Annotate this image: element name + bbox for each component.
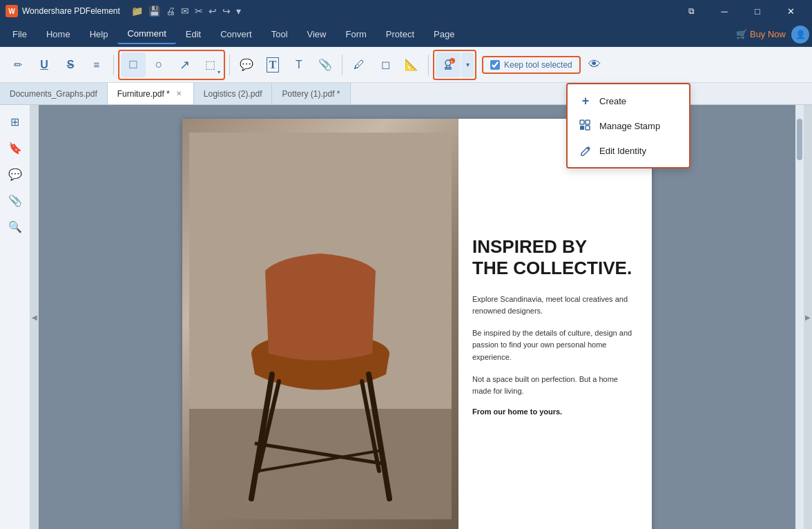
eraser-button[interactable]: ◻ — [373, 52, 398, 77]
redo-icon[interactable]: ↪ — [222, 6, 231, 17]
stamp-tool-group: + ▾ — [433, 50, 476, 80]
chair-image — [182, 119, 458, 529]
scissors-icon[interactable]: ✂ — [195, 6, 203, 17]
screen-icon[interactable]: ⧉ — [675, 0, 707, 22]
separator-3 — [342, 55, 342, 75]
highlight-tool-button[interactable]: ✏ — [6, 52, 30, 77]
mail-icon[interactable]: ✉ — [181, 6, 189, 17]
text-box-button[interactable]: T — [260, 52, 285, 77]
pen-icon: 🖊 — [354, 59, 365, 71]
text-format-tool-button[interactable]: ≡ — [84, 52, 109, 77]
chair-svg — [189, 133, 452, 519]
pdf-image-area — [182, 119, 458, 529]
edit-identity-icon — [579, 144, 592, 157]
right-chevron-icon: ▶ — [805, 314, 811, 321]
sticky-note-button[interactable]: 💬 — [234, 52, 259, 77]
toolbar: ✏ U S ≡ □ ○ ↗ ⬚ ▾ 💬 T T 📎 — [0, 47, 812, 83]
comment-view-button[interactable]: 💬 — [4, 163, 26, 185]
manage-stamp-icon — [579, 119, 592, 133]
menu-edit[interactable]: Edit — [176, 25, 211, 44]
pdf-area[interactable]: INSPIRED BY THE COLLECTIVE. Explore Scan… — [39, 105, 795, 529]
menu-convert[interactable]: Convert — [211, 25, 262, 44]
measure-icon: 📐 — [405, 58, 418, 71]
svg-rect-12 — [189, 409, 452, 519]
separator-4 — [428, 55, 429, 75]
stamp-button[interactable]: + — [436, 52, 461, 77]
eye-button[interactable]: 👁 — [582, 52, 607, 77]
left-sidebar: ⊞ 🔖 💬 📎 🔍 — [0, 105, 30, 529]
tab-close-furniture[interactable]: ✕ — [174, 89, 184, 99]
callout-button[interactable]: T — [287, 52, 311, 77]
tab-pottery[interactable]: Pottery (1).pdf * — [272, 83, 350, 104]
menu-comment[interactable]: Comment — [117, 25, 175, 44]
stamp-chevron-icon: ▾ — [466, 61, 470, 68]
arrow-icon: ↗ — [180, 57, 190, 73]
keep-tool-label: Keep tool selected — [504, 60, 572, 70]
buy-now-button[interactable]: 🛒 Buy Now — [736, 29, 786, 39]
bookmark-icon: 🔖 — [8, 142, 22, 155]
eraser-icon: ◻ — [381, 58, 390, 71]
menu-protect[interactable]: Protect — [376, 25, 424, 44]
pdf-body-1: Explore Scandinavia, meet local creative… — [472, 294, 638, 318]
main-area: ⊞ 🔖 💬 📎 🔍 ◀ — [0, 105, 812, 529]
vertical-scrollbar[interactable] — [795, 105, 804, 529]
app-logo: W Wondershare PDFelement — [6, 5, 120, 17]
scrollbar-thumb[interactable] — [797, 119, 802, 160]
pen-button[interactable]: 🖊 — [347, 52, 371, 77]
left-chevron-icon: ◀ — [32, 314, 37, 321]
left-panel-toggle[interactable]: ◀ — [30, 105, 39, 529]
tab-label-logistics: Logistics (2).pdf — [204, 89, 262, 99]
menu-home[interactable]: Home — [37, 25, 80, 44]
logo-icon: W — [6, 5, 18, 17]
search-view-button[interactable]: 🔍 — [4, 215, 26, 238]
attach-button[interactable]: 📎 — [313, 52, 338, 77]
svg-rect-10 — [586, 126, 590, 130]
menu-bar: File Home Help Comment Edit Convert Tool… — [0, 22, 812, 47]
highlight-icon: ✏ — [14, 59, 23, 71]
manage-stamp-item[interactable]: Manage Stamp — [568, 113, 689, 138]
tab-furniture[interactable]: Furniture.pdf * ✕ — [108, 83, 194, 104]
keep-tool-checkbox[interactable] — [490, 60, 500, 70]
right-panel-toggle[interactable]: ▶ — [804, 105, 812, 529]
menu-form[interactable]: Form — [336, 25, 376, 44]
menu-page[interactable]: Page — [424, 25, 464, 44]
minimize-button[interactable]: ─ — [708, 0, 740, 22]
create-stamp-item[interactable]: + Create — [568, 88, 689, 113]
attachment-view-button[interactable]: 📎 — [4, 189, 26, 211]
rectangle-tool-button[interactable]: □ — [121, 52, 146, 77]
menu-view[interactable]: View — [298, 25, 336, 44]
user-avatar[interactable]: 👤 — [791, 26, 809, 44]
app-title: Wondershare PDFelement — [22, 6, 120, 16]
menu-help[interactable]: Help — [80, 25, 118, 44]
stamp-dropdown-button[interactable]: ▾ — [461, 52, 474, 77]
menu-right-area: 🛒 Buy Now 👤 — [736, 26, 809, 44]
attachment-icon: 📎 — [8, 194, 22, 207]
pdf-body-2: Be inspired by the details of culture, d… — [472, 327, 638, 364]
maximize-button[interactable]: □ — [742, 0, 773, 22]
save-icon[interactable]: 💾 — [148, 6, 160, 17]
underline-tool-button[interactable]: U — [32, 52, 57, 77]
menu-file[interactable]: File — [3, 25, 37, 44]
pdf-headline: INSPIRED BY THE COLLECTIVE. — [472, 236, 638, 279]
edit-identity-item[interactable]: Edit Identity — [568, 138, 689, 163]
tab-documents-graphs[interactable]: Documents_Graphs.pdf — [0, 83, 108, 104]
pdf-body-4: From our home to yours. — [472, 407, 638, 416]
tab-logistics[interactable]: Logistics (2).pdf — [194, 83, 273, 104]
measure-button[interactable]: 📐 — [399, 52, 424, 77]
area-tool-button[interactable]: ⬚ ▾ — [197, 52, 222, 77]
pdf-page: INSPIRED BY THE COLLECTIVE. Explore Scan… — [182, 119, 652, 529]
separator-1 — [113, 55, 114, 75]
strikethrough-tool-button[interactable]: S — [58, 52, 83, 77]
new-file-icon[interactable]: 📁 — [131, 6, 143, 17]
close-button[interactable]: ✕ — [775, 0, 806, 22]
bookmark-view-button[interactable]: 🔖 — [4, 137, 26, 159]
stamp-icon: + — [441, 58, 455, 72]
undo-icon[interactable]: ↩ — [209, 6, 217, 17]
menu-tool[interactable]: Tool — [262, 25, 298, 44]
ellipse-tool-button[interactable]: ○ — [146, 52, 171, 77]
thumbnail-view-button[interactable]: ⊞ — [4, 110, 26, 133]
tab-label-furniture: Furniture.pdf * — [117, 89, 170, 99]
arrow-tool-button[interactable]: ↗ — [172, 52, 197, 77]
print-icon[interactable]: 🖨 — [166, 6, 175, 17]
quick-access-icon[interactable]: ▾ — [236, 6, 241, 17]
